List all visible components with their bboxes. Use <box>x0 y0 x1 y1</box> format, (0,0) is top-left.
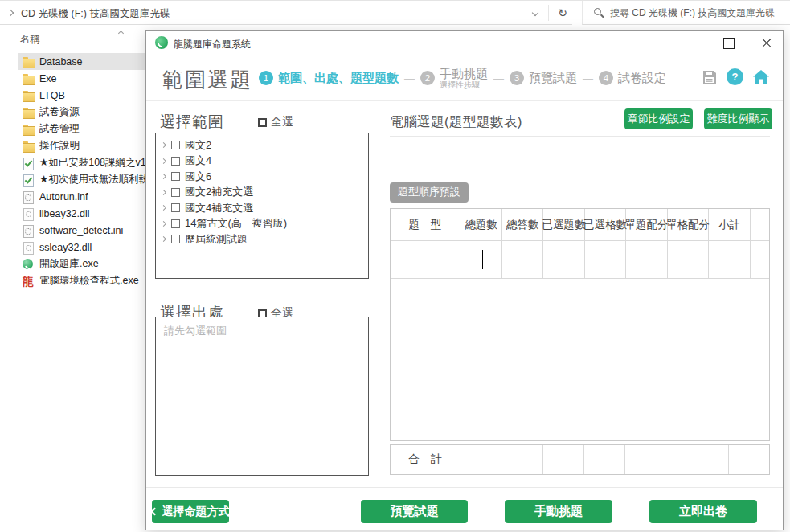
table-cell[interactable] <box>709 241 751 278</box>
minimize-button[interactable] <box>673 31 700 55</box>
app-window: 龍騰題庫命題系統 範圍選題 1 範圍、出處、題型題數 — 2 手動挑題 選擇性步… <box>145 30 784 530</box>
chevron-right-icon[interactable] <box>161 236 166 242</box>
close-button[interactable] <box>753 31 780 55</box>
save-icon[interactable] <box>702 69 718 85</box>
checkbox[interactable] <box>258 118 267 127</box>
step-1-badge: 1 <box>259 71 273 85</box>
tree-item-label: 國文4 <box>185 153 211 168</box>
chevron-right-icon[interactable] <box>161 190 166 195</box>
checkbox[interactable] <box>171 219 180 228</box>
sort-ascending-icon[interactable] <box>118 31 124 36</box>
search-box[interactable] <box>582 1 790 25</box>
chevron-right-icon[interactable] <box>161 158 166 164</box>
chevron-right-icon[interactable] <box>161 221 166 227</box>
maximize-button[interactable] <box>714 31 742 55</box>
table-cell[interactable] <box>391 241 460 278</box>
table-header-cell <box>751 209 769 240</box>
folder-icon <box>22 106 35 119</box>
generate-paper-button[interactable]: 立即出卷 <box>649 500 757 523</box>
file-name: 開啟題庫.exe <box>39 257 99 271</box>
table-cell[interactable] <box>668 241 709 278</box>
file-name: ★初次使用或無法順利執行 <box>39 173 159 186</box>
chapter-ratio-button[interactable]: 章節比例設定 <box>624 108 693 129</box>
chevron-right-icon[interactable] <box>161 174 166 179</box>
step-2-label: 手動挑題 <box>440 67 488 80</box>
breadcrumb[interactable]: CD 光碟機 (F:) 技高國文題庫光碟 <box>21 7 170 21</box>
tree-item[interactable]: 國文4 <box>156 153 368 170</box>
tree-item[interactable]: 國文2補充文選 <box>156 185 368 201</box>
step-2-manual-pick[interactable]: 2 手動挑題 選擇性步驟 <box>420 67 488 90</box>
app-header: 範圍選題 1 範圍、出處、題型題數 — 2 手動挑題 選擇性步驟 — 3 預覽試… <box>146 55 783 101</box>
step-2-badge: 2 <box>420 71 435 85</box>
table-header-cell: 單格配分 <box>668 209 709 240</box>
window-title: 龍騰題庫命題系統 <box>174 38 251 51</box>
address-bar[interactable]: CD 光碟機 (F:) 技高國文題庫光碟 ↻ <box>0 1 572 25</box>
step-4-label: 試卷設定 <box>618 71 666 86</box>
help-icon[interactable]: ? <box>727 68 743 85</box>
manual-pick-button[interactable]: 手動挑題 <box>505 500 612 523</box>
wizard-steps: 1 範圍、出處、題型題數 — 2 手動挑題 選擇性步驟 — 3 預覽試題 — 4… <box>259 55 666 101</box>
file-name: ssleay32.dll <box>39 242 92 253</box>
document-icon <box>22 157 35 170</box>
file-name: libeay32.dll <box>39 208 90 219</box>
totals-cell <box>460 445 501 474</box>
question-type-table: 題 型 總題數 總答數 已選題數 已選格數 單題配分 單格配分 小計 <box>390 208 770 441</box>
search-input[interactable] <box>610 4 785 22</box>
address-dropdown-button[interactable] <box>526 1 546 25</box>
refresh-icon[interactable]: ↻ <box>553 1 572 25</box>
checkbox[interactable] <box>171 235 180 243</box>
table-cell[interactable] <box>460 241 502 278</box>
text-cursor <box>482 250 483 269</box>
totals-cell <box>729 445 769 474</box>
table-cell[interactable] <box>626 241 668 278</box>
app-titlebar[interactable]: 龍騰題庫命題系統 <box>146 31 783 55</box>
back-to-method-button[interactable]: 選擇命題方式 <box>152 500 229 523</box>
file-name: LTQB <box>39 90 65 101</box>
file-name: Autorun.inf <box>39 191 88 203</box>
checkbox[interactable] <box>171 157 180 166</box>
table-header-cell: 已選題數 <box>543 209 585 240</box>
range-section-title: 選擇範圍 <box>160 112 224 133</box>
chevron-right-icon[interactable] <box>161 205 166 211</box>
preview-questions-button[interactable]: 預覽試題 <box>361 500 468 523</box>
step-3-label: 預覽試題 <box>529 71 577 86</box>
table-cell[interactable] <box>543 241 585 278</box>
toolbar-divider <box>548 5 549 21</box>
totals-cell: 合 計 <box>391 445 460 474</box>
difficulty-ratio-button[interactable]: 難度比例顯示 <box>704 108 772 129</box>
file-name: 電腦環境檢查程式.exe <box>39 274 139 288</box>
step-4-paper-settings[interactable]: 4 試卷設定 <box>599 71 666 86</box>
tree-item-label: 國文4補充文選 <box>185 201 253 215</box>
checkbox[interactable] <box>171 188 180 197</box>
home-icon[interactable] <box>752 69 770 85</box>
table-cell[interactable] <box>585 241 626 278</box>
totals-cell <box>543 445 584 474</box>
checkbox[interactable] <box>171 141 180 149</box>
step-3-preview[interactable]: 3 預覽試題 <box>510 71 577 86</box>
checkbox[interactable] <box>171 172 180 181</box>
step-2-sublabel: 選擇性步驟 <box>440 80 488 90</box>
page-title: 範圍選題 <box>162 66 252 94</box>
step-1-range[interactable]: 1 範圍、出處、題型題數 <box>259 71 399 86</box>
column-header-name[interactable]: 名稱 <box>20 33 40 47</box>
table-cell[interactable] <box>502 241 543 278</box>
tree-item[interactable]: 歷屆統測試題 <box>156 231 368 248</box>
table-cell[interactable] <box>751 241 769 278</box>
totals-cell <box>677 445 729 474</box>
search-icon <box>594 8 601 15</box>
range-select-all[interactable]: 全選 <box>258 115 293 129</box>
folder-icon <box>22 140 35 153</box>
step-separator: — <box>583 72 593 84</box>
tree-item[interactable]: 國文4補充文選 <box>156 200 368 216</box>
checkbox[interactable] <box>171 203 180 212</box>
tree-item[interactable]: 國文6 <box>156 169 368 185</box>
question-order-preset-tag[interactable]: 題型順序預設 <box>390 182 469 203</box>
chevron-right-icon[interactable] <box>161 142 166 148</box>
step-separator: — <box>493 72 504 84</box>
tree-item[interactable]: 14篇古文(高三複習版) <box>156 216 368 232</box>
folder-icon <box>22 55 35 68</box>
tree-item[interactable]: 國文2 <box>156 137 368 153</box>
tree-item-label: 國文6 <box>185 170 211 184</box>
step-separator: — <box>404 72 415 84</box>
source-placeholder: 請先勾選範圍 <box>156 317 368 338</box>
